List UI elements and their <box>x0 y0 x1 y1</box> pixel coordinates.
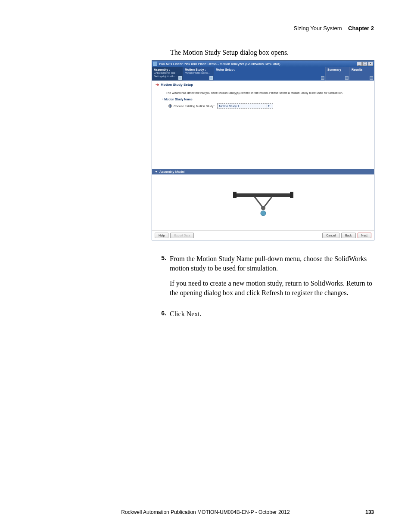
step-5-text-1: From the Motion Study Name pull-down men… <box>170 254 375 273</box>
chapter-label: Chapter 2 <box>343 25 374 31</box>
step-5-text-2: If you need to create a new motion study… <box>170 279 375 297</box>
pending-icon <box>321 76 324 80</box>
minimize-button[interactable]: _ <box>357 62 362 66</box>
svg-rect-2 <box>290 192 293 198</box>
cancel-button[interactable]: Cancel <box>322 233 339 238</box>
app-icon <box>153 62 157 66</box>
svg-rect-0 <box>234 193 293 197</box>
check-icon <box>178 76 182 80</box>
dialog-body: The wizard has detected that you have Mo… <box>152 89 374 111</box>
page-number: 133 <box>365 509 374 515</box>
intro-caption: The Motion Study Setup dialog box opens. <box>170 49 289 56</box>
maximize-button[interactable]: □ <box>362 62 367 66</box>
radio-label: Choose existing Motion Study : <box>174 105 215 108</box>
assembly-model-icon <box>229 187 298 218</box>
step-motor-setup[interactable]: Motor Setup : <box>214 67 326 81</box>
dialog-button-bar: Help Export Data Cancel Back Next <box>152 230 374 240</box>
assembly-panel-header[interactable]: ▼ Assembly Model <box>152 169 374 174</box>
section-header: ➔ Motion Study Setup <box>152 81 374 89</box>
back-button[interactable]: Back <box>341 233 356 238</box>
svg-rect-1 <box>233 192 237 198</box>
motion-study-dropdown[interactable]: Motion Study 1 ▾ <box>217 103 273 109</box>
page-header: Sizing Your System Chapter 2 <box>294 25 374 31</box>
dropdown-value: Motion Study 1 <box>219 105 240 108</box>
step-assembly[interactable]: Assembly : C:\Documents and Settings\pju… <box>152 67 183 81</box>
collapse-icon: ▼ <box>155 170 158 173</box>
hint-text: The wizard has detected that you have Mo… <box>166 91 360 94</box>
pending-icon <box>345 76 349 80</box>
close-button[interactable]: × <box>368 62 373 66</box>
radio-selected-icon[interactable] <box>168 104 172 108</box>
svg-point-6 <box>261 211 266 216</box>
publication-info: Rockwell Automation Publication MOTION-U… <box>0 509 411 515</box>
step-6: 6. Click Next. <box>159 309 375 325</box>
step-number: 6. <box>159 309 170 325</box>
export-data-button[interactable]: Export Data <box>170 233 194 238</box>
step-results[interactable]: Results <box>350 67 374 81</box>
assembly-label: Assembly Model <box>159 170 185 174</box>
subsection-header: Motion Study Name <box>162 98 360 101</box>
window-controls: _ □ × <box>357 62 373 66</box>
step-motion-study[interactable]: Motion Study : Motion Profile Demo... <box>183 67 214 81</box>
next-button[interactable]: Next <box>358 233 371 238</box>
wizard-steps: Assembly : C:\Documents and Settings\pju… <box>152 67 374 81</box>
dialog-window: Two Axis Linear Pick and Place Demo - Mo… <box>152 60 374 240</box>
section-name: Sizing Your System <box>294 25 342 31</box>
step-5: 5. From the Motion Study Name pull-down … <box>159 254 375 303</box>
svg-point-5 <box>261 206 265 210</box>
help-button[interactable]: Help <box>155 233 168 238</box>
assembly-3d-view[interactable] <box>152 174 374 230</box>
step-summary[interactable]: Summary <box>326 67 350 81</box>
section-title: Motion Study Setup <box>161 83 193 87</box>
step-6-text: Click Next. <box>170 309 375 319</box>
step-number: 5. <box>159 254 170 303</box>
check-icon <box>209 76 213 80</box>
window-title: Two Axis Linear Pick and Place Demo - Mo… <box>159 62 280 66</box>
arrow-right-icon: ➔ <box>156 82 159 87</box>
titlebar: Two Axis Linear Pick and Place Demo - Mo… <box>152 61 374 67</box>
instruction-list: 5. From the Motion Study Name pull-down … <box>159 254 375 331</box>
chevron-down-icon: ▾ <box>267 104 271 108</box>
pending-icon <box>370 76 373 80</box>
motion-study-selector: Choose existing Motion Study : Motion St… <box>168 103 360 109</box>
